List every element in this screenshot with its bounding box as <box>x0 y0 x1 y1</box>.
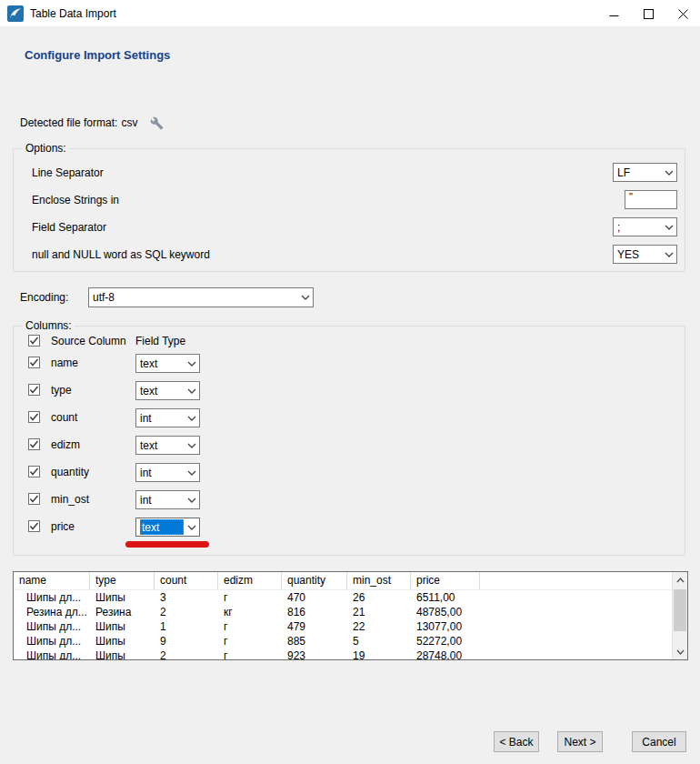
preview-cell: 885 <box>282 634 347 648</box>
field-type-select-type[interactable]: text <box>135 381 200 400</box>
scroll-up-icon[interactable] <box>673 572 687 588</box>
detected-file-format-row: Detected file format: csv <box>20 115 164 131</box>
source-column-name: edizm <box>51 438 80 451</box>
field-type-select-price[interactable]: text <box>135 518 200 537</box>
close-button[interactable] <box>665 0 700 27</box>
source-column-header: Source Column <box>51 335 126 347</box>
table-data-import-dialog: Table Data Import Configure Import Setti… <box>0 0 700 764</box>
scrollbar-thumb[interactable] <box>674 589 686 631</box>
enclose-strings-input[interactable]: " <box>625 190 677 209</box>
source-column-name: count <box>51 411 77 424</box>
preview-cell: 9 <box>155 634 218 648</box>
field-separator-select[interactable]: ; <box>613 217 677 236</box>
preview-cell: Шипы <box>90 590 155 605</box>
preview-cell: 470 <box>282 590 347 605</box>
null-keyword-select[interactable]: YES <box>613 245 677 264</box>
preview-column-header[interactable]: type <box>90 572 155 589</box>
column-price-checkbox[interactable] <box>28 520 40 532</box>
source-column-checkbox[interactable] <box>28 335 40 347</box>
chevron-down-icon <box>185 443 199 448</box>
null-keyword-label: null and NULL word as SQL keyword <box>32 248 210 262</box>
line-separator-select[interactable]: LF <box>613 163 677 182</box>
field-type-select-min_ost[interactable]: int <box>135 490 200 509</box>
column-quantity-checkbox[interactable] <box>28 466 40 478</box>
column-row: min_ostint <box>14 490 685 509</box>
column-name-checkbox[interactable] <box>28 357 40 368</box>
source-column-name: min_ost <box>51 493 89 506</box>
preview-column-header[interactable]: edizm <box>218 572 282 589</box>
enclose-strings-label: Enclose Strings in <box>32 194 119 207</box>
preview-cell: 1 <box>155 619 218 634</box>
preview-cell: Шипы дл... <box>14 619 90 634</box>
chevron-down-icon <box>185 498 199 503</box>
preview-column-header[interactable]: quantity <box>282 572 347 589</box>
preview-column-header[interactable]: name <box>14 572 90 589</box>
chevron-down-icon <box>185 416 199 421</box>
file-format-label: Detected file format: <box>20 116 117 129</box>
preview-cell: Шипы <box>90 648 155 659</box>
wrench-icon[interactable] <box>150 116 164 130</box>
preview-cell: 923 <box>282 648 347 659</box>
scroll-down-icon[interactable] <box>673 644 687 659</box>
source-column-name: quantity <box>51 466 89 478</box>
column-row: typetext <box>14 381 685 400</box>
chevron-down-icon <box>185 388 199 394</box>
column-type-checkbox[interactable] <box>28 384 40 396</box>
source-column-name: name <box>51 357 78 369</box>
preview-table-main: nametypecountedizmquantitymin_ostprice Ш… <box>14 572 672 659</box>
preview-cell: г <box>218 619 282 634</box>
field-type-select-count[interactable]: int <box>135 408 200 427</box>
chevron-down-icon <box>662 225 676 230</box>
field-type-header: Field Type <box>135 335 185 347</box>
preview-table-row: Шипы дл...Шипы2г9231928748,00 <box>14 648 672 659</box>
column-min_ost-checkbox[interactable] <box>28 493 40 505</box>
field-type-select-edizm[interactable]: text <box>135 436 200 455</box>
preview-cell: кг <box>218 605 282 619</box>
line-separator-label: Line Separator <box>32 166 104 180</box>
annotation-underline <box>125 541 209 548</box>
column-row: countint <box>14 408 685 427</box>
preview-cell: 19 <box>347 648 411 659</box>
preview-cell: г <box>218 634 282 648</box>
source-column-name: type <box>51 384 72 397</box>
field-type-select-quantity[interactable]: int <box>135 463 200 482</box>
preview-cell: Резина <box>90 605 155 619</box>
column-count-checkbox[interactable] <box>28 411 40 423</box>
columns-group: Columns: Source Column Field Type namete… <box>13 326 685 556</box>
encoding-select[interactable]: utf-8 <box>88 287 314 307</box>
preview-table-row: Резина дл...Резина2кг8162148785,00 <box>14 605 672 619</box>
maximize-button[interactable] <box>631 0 665 27</box>
column-edizm-checkbox[interactable] <box>28 438 40 450</box>
field-type-value: text <box>140 519 184 535</box>
column-row: quantityint <box>14 463 685 482</box>
field-type-value: int <box>140 467 185 479</box>
window-controls <box>596 0 700 27</box>
preview-column-header[interactable]: min_ost <box>347 572 411 589</box>
preview-cell: г <box>218 648 282 659</box>
chevron-down-icon <box>662 252 676 257</box>
chevron-down-icon <box>298 295 313 300</box>
vertical-scrollbar[interactable] <box>672 572 687 659</box>
preview-table-body: Шипы дл...Шипы3г470266511,00Резина дл...… <box>14 590 672 659</box>
preview-cell: г <box>218 590 282 605</box>
chevron-down-icon <box>185 525 199 530</box>
field-type-value: int <box>140 494 185 507</box>
cancel-button[interactable]: Cancel <box>632 731 686 752</box>
chevron-down-icon <box>662 170 676 176</box>
column-row: nametext <box>14 354 685 373</box>
chevron-down-icon <box>185 361 199 367</box>
minimize-button[interactable] <box>596 0 631 27</box>
field-type-value: text <box>140 357 185 370</box>
preview-column-header[interactable]: price <box>411 572 480 589</box>
preview-column-header[interactable]: count <box>155 572 218 589</box>
preview-cell: 26 <box>347 590 411 605</box>
preview-cell: Шипы <box>90 634 155 648</box>
preview-cell: Шипы <box>90 619 155 634</box>
columns-header-row: Source Column Field Type <box>14 333 685 352</box>
field-type-select-name[interactable]: text <box>135 354 200 373</box>
preview-table: nametypecountedizmquantitymin_ostprice Ш… <box>13 571 688 660</box>
back-button[interactable]: < Back <box>494 731 539 752</box>
preview-cell: 6511,00 <box>411 590 480 605</box>
next-button[interactable]: Next > <box>557 731 603 752</box>
preview-cell: 3 <box>155 590 218 605</box>
